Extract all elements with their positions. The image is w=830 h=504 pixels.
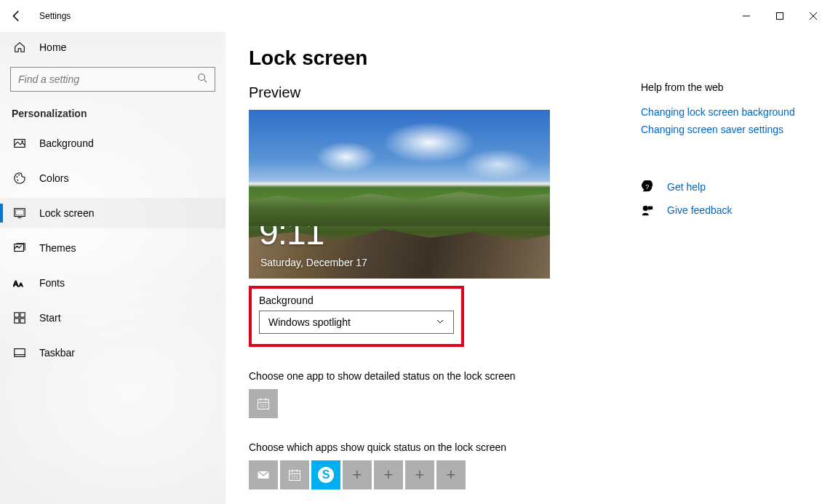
sidebar-item-label: Fonts bbox=[39, 277, 65, 289]
sidebar-item-colors[interactable]: Colors bbox=[0, 163, 226, 193]
search-icon bbox=[197, 73, 207, 86]
search-box[interactable] bbox=[10, 67, 215, 92]
sidebar-item-themes[interactable]: Themes bbox=[0, 233, 226, 263]
preview-date: Saturday, December 17 bbox=[260, 257, 367, 268]
svg-point-5 bbox=[18, 175, 20, 176]
minimize-button[interactable] bbox=[730, 4, 763, 28]
sidebar-item-label: Lock screen bbox=[39, 207, 94, 219]
svg-rect-13 bbox=[20, 313, 25, 317]
mail-icon bbox=[256, 468, 271, 482]
svg-point-3 bbox=[21, 140, 23, 142]
chevron-down-icon bbox=[436, 316, 444, 328]
start-icon bbox=[13, 311, 26, 324]
sidebar-item-label: Colors bbox=[39, 172, 68, 184]
detailed-status-app-tile[interactable] bbox=[249, 389, 278, 418]
get-help-link[interactable]: Get help bbox=[667, 181, 706, 193]
background-setting-highlight: Background Windows spotlight bbox=[249, 286, 464, 347]
detailed-status-label: Choose one app to show detailed status o… bbox=[249, 370, 627, 382]
sidebar-item-background[interactable]: Background bbox=[0, 128, 226, 159]
feedback-icon bbox=[641, 204, 654, 217]
help-link[interactable]: Changing screen saver settings bbox=[641, 124, 810, 135]
svg-point-21 bbox=[643, 206, 648, 211]
picture-icon bbox=[13, 137, 26, 150]
quick-status-tile-skype[interactable]: S bbox=[311, 460, 340, 489]
quick-status-label: Choose which apps show quick status on t… bbox=[249, 441, 627, 453]
page-title: Lock screen bbox=[249, 47, 627, 70]
sidebar-item-label: Background bbox=[39, 137, 94, 149]
fonts-icon: AA bbox=[13, 276, 26, 289]
lock-screen-icon bbox=[13, 207, 26, 220]
quick-status-tile-calendar[interactable] bbox=[280, 460, 309, 489]
sidebar-item-label: Themes bbox=[39, 242, 76, 254]
quick-status-tile-add[interactable]: + bbox=[405, 460, 434, 489]
background-label: Background bbox=[259, 295, 454, 306]
section-label: Personalization bbox=[0, 92, 226, 124]
svg-rect-15 bbox=[20, 319, 25, 323]
svg-rect-19 bbox=[290, 471, 300, 480]
back-button[interactable] bbox=[10, 9, 23, 23]
svg-rect-17 bbox=[258, 399, 269, 409]
plus-icon: + bbox=[384, 465, 394, 484]
svg-rect-16 bbox=[15, 349, 25, 357]
svg-text:A: A bbox=[19, 281, 23, 288]
home-label: Home bbox=[39, 41, 66, 53]
window-title: Settings bbox=[39, 11, 71, 21]
quick-status-tile-mail[interactable] bbox=[249, 460, 278, 489]
background-dropdown[interactable]: Windows spotlight bbox=[259, 311, 454, 334]
svg-rect-0 bbox=[777, 13, 783, 20]
sidebar-item-start[interactable]: Start bbox=[0, 303, 226, 333]
home-icon bbox=[13, 41, 26, 54]
svg-rect-22 bbox=[648, 207, 653, 210]
background-dropdown-value: Windows spotlight bbox=[268, 316, 351, 328]
sidebar-item-fonts[interactable]: AA Fonts bbox=[0, 268, 226, 298]
help-icon: ? bbox=[641, 180, 654, 193]
plus-icon: + bbox=[415, 465, 425, 484]
svg-text:?: ? bbox=[645, 183, 649, 191]
svg-point-6 bbox=[17, 180, 18, 181]
quick-status-tile-add[interactable]: + bbox=[343, 460, 372, 489]
calendar-icon bbox=[256, 396, 271, 411]
help-header: Help from the web bbox=[641, 81, 810, 93]
svg-text:A: A bbox=[13, 279, 19, 288]
sidebar-item-lock-screen[interactable]: Lock screen bbox=[0, 198, 226, 228]
quick-status-tile-add[interactable]: + bbox=[436, 460, 466, 489]
calendar-icon bbox=[287, 468, 302, 482]
help-link[interactable]: Changing lock screen background bbox=[641, 106, 810, 118]
plus-icon: + bbox=[353, 465, 362, 484]
home-nav[interactable]: Home bbox=[0, 35, 226, 60]
svg-rect-8 bbox=[16, 210, 24, 215]
svg-point-4 bbox=[17, 176, 18, 177]
sidebar-item-taskbar[interactable]: Taskbar bbox=[0, 337, 226, 368]
plus-icon: + bbox=[447, 465, 456, 484]
search-input[interactable] bbox=[18, 73, 178, 85]
sidebar-item-label: Start bbox=[39, 312, 61, 324]
give-feedback-link[interactable]: Give feedback bbox=[667, 204, 733, 216]
svg-point-1 bbox=[199, 74, 205, 81]
preview-time: 9:11 bbox=[259, 212, 324, 252]
palette-icon bbox=[13, 172, 26, 185]
skype-icon: S bbox=[318, 467, 334, 483]
close-button[interactable] bbox=[797, 4, 830, 28]
taskbar-icon bbox=[13, 346, 26, 359]
sidebar-item-label: Taskbar bbox=[39, 347, 75, 359]
quick-status-tile-add[interactable]: + bbox=[374, 460, 403, 489]
svg-rect-14 bbox=[15, 319, 19, 323]
lock-screen-preview: 9:11 Saturday, December 17 bbox=[249, 110, 550, 279]
themes-icon bbox=[13, 241, 26, 255]
preview-heading: Preview bbox=[249, 84, 627, 101]
maximize-button[interactable] bbox=[763, 4, 797, 28]
svg-rect-12 bbox=[15, 313, 19, 317]
